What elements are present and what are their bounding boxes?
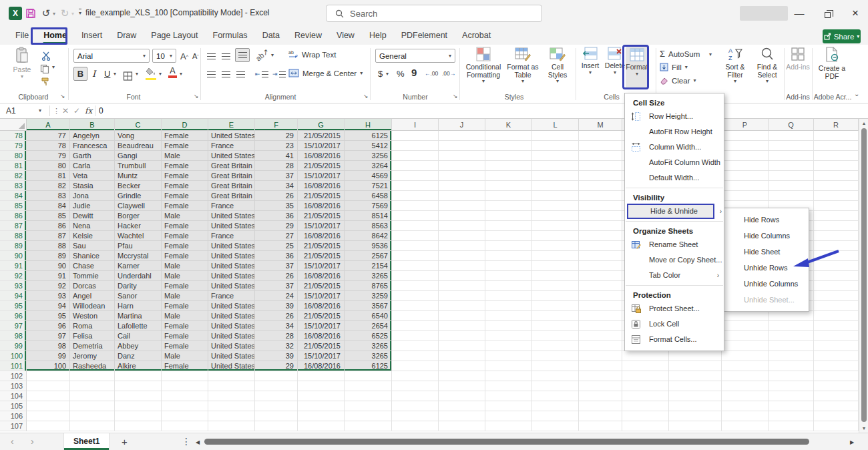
tab-draw[interactable]: Draw <box>110 27 144 45</box>
cell-M84[interactable] <box>579 191 622 201</box>
cell-D81[interactable]: Female <box>162 161 208 171</box>
cell-R79[interactable] <box>814 141 859 151</box>
delete-cells-button[interactable]: Delete ▾ <box>603 47 627 75</box>
fill-color-button[interactable] <box>146 67 156 80</box>
cell-A96[interactable]: 95 <box>27 311 70 321</box>
cell-A99[interactable]: 98 <box>27 341 70 351</box>
cell-N105[interactable] <box>622 401 669 411</box>
cell-M103[interactable] <box>579 381 622 391</box>
scroll-up-icon[interactable]: ▲ <box>859 121 868 126</box>
cell-B97[interactable]: Roma <box>70 321 115 331</box>
cell-D92[interactable]: Male <box>162 271 208 281</box>
cell-K104[interactable] <box>485 391 532 401</box>
cell-A101[interactable]: 100 <box>27 361 70 371</box>
cell-M79[interactable] <box>579 141 622 151</box>
cell-Q106[interactable] <box>769 411 814 421</box>
cell-H84[interactable]: 6458 <box>345 191 392 201</box>
cell-G101[interactable]: 16/08/2016 <box>298 361 345 371</box>
cell-I82[interactable] <box>392 171 439 181</box>
menu-item-column-width[interactable]: Column Width... <box>625 140 724 155</box>
cell-M90[interactable] <box>579 251 622 261</box>
cell-P81[interactable] <box>722 161 769 171</box>
cell-F85[interactable]: 35 <box>255 201 298 211</box>
cell-G81[interactable]: 21/05/2015 <box>298 161 345 171</box>
cell-I97[interactable] <box>392 321 439 331</box>
cell-J80[interactable] <box>439 151 485 161</box>
cell-D78[interactable]: Female <box>162 131 208 141</box>
cell-G82[interactable]: 15/10/2017 <box>298 171 345 181</box>
cell-M97[interactable] <box>579 321 622 331</box>
decrease-decimal-button[interactable]: .00→ <box>442 67 455 80</box>
cell-R94[interactable] <box>814 291 859 301</box>
cell-C96[interactable]: Martina <box>115 311 162 321</box>
cell-D93[interactable]: Female <box>162 281 208 291</box>
font-family-select[interactable]: Arial▾ <box>73 49 150 63</box>
column-header-R[interactable]: R <box>814 119 859 131</box>
cell-Q104[interactable] <box>769 391 814 401</box>
cell-G88[interactable]: 16/08/2016 <box>298 231 345 241</box>
menu-item-default-width[interactable]: Default Width... <box>625 170 724 186</box>
cell-H83[interactable]: 7521 <box>345 181 392 191</box>
cell-H98[interactable]: 6525 <box>345 331 392 341</box>
paste-button[interactable]: Paste ▾ <box>8 47 36 79</box>
submenu-item-unhide-columns[interactable]: Unhide Columns <box>724 276 809 292</box>
cell-E98[interactable]: United States <box>208 331 255 341</box>
cell-N107[interactable] <box>622 421 669 431</box>
row-header-104[interactable]: 104 <box>0 391 27 401</box>
cell-G79[interactable]: 15/10/2017 <box>298 141 345 151</box>
row-header-88[interactable]: 88 <box>0 231 27 241</box>
decrease-font-size-button[interactable]: Aˇ <box>192 49 199 63</box>
cell-A107[interactable] <box>27 421 70 431</box>
cell-L84[interactable] <box>532 191 579 201</box>
cell-J93[interactable] <box>439 281 485 291</box>
cell-O102[interactable] <box>669 371 722 381</box>
cell-E89[interactable]: United States <box>208 241 255 251</box>
decrease-indent-button[interactable]: ⇤ <box>255 67 268 81</box>
cell-G89[interactable]: 21/05/2015 <box>298 241 345 251</box>
cell-E81[interactable]: Great Britain <box>208 161 255 171</box>
cell-M82[interactable] <box>579 171 622 181</box>
tab-pdfelement[interactable]: PDFelement <box>394 27 455 45</box>
cell-D86[interactable]: Male <box>162 211 208 221</box>
cell-C95[interactable]: Harn <box>115 301 162 311</box>
cell-A95[interactable]: 94 <box>27 301 70 311</box>
cell-M106[interactable] <box>579 411 622 421</box>
cell-C85[interactable]: Claywell <box>115 201 162 211</box>
cell-D105[interactable] <box>162 401 208 411</box>
cell-J84[interactable] <box>439 191 485 201</box>
number-format-select[interactable]: General▾ <box>375 49 455 63</box>
cell-F80[interactable]: 41 <box>255 151 298 161</box>
sheet-options-icon[interactable]: ⋮ <box>182 433 191 450</box>
copy-dropdown-icon[interactable]: ▾ <box>52 65 55 70</box>
cell-I89[interactable] <box>392 241 439 251</box>
cell-L86[interactable] <box>532 211 579 221</box>
cell-J86[interactable] <box>439 211 485 221</box>
menu-item-lock-cell[interactable]: Lock Cell <box>625 316 724 332</box>
cell-A87[interactable]: 86 <box>27 221 70 231</box>
cell-I104[interactable] <box>392 391 439 401</box>
cell-H97[interactable]: 2654 <box>345 321 392 331</box>
cell-E99[interactable]: United States <box>208 341 255 351</box>
cell-E93[interactable]: United States <box>208 281 255 291</box>
search-box[interactable]: Search <box>326 5 542 22</box>
cell-N101[interactable] <box>622 361 669 371</box>
cell-M102[interactable] <box>579 371 622 381</box>
cell-P79[interactable] <box>722 141 769 151</box>
cell-I88[interactable] <box>392 231 439 241</box>
cell-E106[interactable] <box>208 411 255 421</box>
cell-L90[interactable] <box>532 251 579 261</box>
cell-G98[interactable]: 16/08/2016 <box>298 331 345 341</box>
cell-C104[interactable] <box>115 391 162 401</box>
cell-G100[interactable]: 15/10/2017 <box>298 351 345 361</box>
cell-J96[interactable] <box>439 311 485 321</box>
cell-P96[interactable] <box>722 311 769 321</box>
cell-G103[interactable] <box>298 381 345 391</box>
cell-M88[interactable] <box>579 231 622 241</box>
cell-J104[interactable] <box>439 391 485 401</box>
cell-F97[interactable]: 34 <box>255 321 298 331</box>
cell-R87[interactable] <box>814 221 859 231</box>
cell-P82[interactable] <box>722 171 769 181</box>
cell-L92[interactable] <box>532 271 579 281</box>
cell-N106[interactable] <box>622 411 669 421</box>
cell-Q82[interactable] <box>769 171 814 181</box>
